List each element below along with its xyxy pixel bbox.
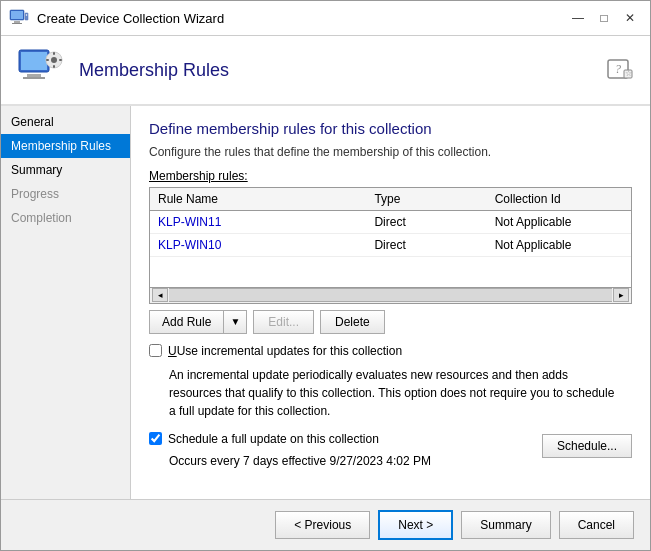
title-controls: — □ ✕	[566, 7, 642, 29]
add-rule-dropdown-arrow[interactable]: ▼	[224, 312, 246, 331]
incremental-info: An incremental update periodically evalu…	[169, 366, 632, 420]
col-collection-id: Collection Id	[487, 188, 631, 211]
svg-rect-2	[14, 21, 20, 23]
incremental-checkbox-row: UUse incremental updates for this collec…	[149, 344, 632, 358]
scroll-left-btn[interactable]: ◂	[152, 288, 168, 302]
content-area: Define membership rules for this collect…	[131, 106, 650, 499]
delete-button[interactable]: Delete	[320, 310, 385, 334]
schedule-occurs: Occurs every 7 days effective 9/27/2023 …	[169, 454, 534, 468]
section-label: Membership rules:	[149, 169, 632, 183]
sidebar-item-membership-rules[interactable]: Membership Rules	[1, 134, 130, 158]
main-content: General Membership Rules Summary Progres…	[1, 106, 650, 499]
schedule-label[interactable]: Schedule a full update on this collectio…	[168, 432, 379, 446]
schedule-row: Schedule a full update on this collectio…	[149, 432, 632, 468]
title-bar: Create Device Collection Wizard — □ ✕	[1, 1, 650, 36]
svg-rect-8	[27, 74, 41, 77]
sidebar-item-progress: Progress	[1, 182, 130, 206]
scroll-right-btn[interactable]: ▸	[613, 288, 629, 302]
schedule-button[interactable]: Schedule...	[542, 434, 632, 458]
svg-rect-7	[21, 52, 47, 70]
svg-rect-13	[53, 65, 55, 68]
summary-button[interactable]: Summary	[461, 511, 550, 539]
header-bar: Membership Rules ? ☆	[1, 36, 650, 106]
window-title: Create Device Collection Wizard	[37, 11, 224, 26]
cell-collection-id-1: Not Applicable	[487, 234, 631, 257]
table-row[interactable]: KLP-WIN10 Direct Not Applicable	[150, 234, 631, 257]
table-actions: Add Rule ▼ Edit... Delete	[149, 310, 632, 334]
sidebar: General Membership Rules Summary Progres…	[1, 106, 131, 499]
col-rule-name: Rule Name	[150, 188, 366, 211]
rules-table-container: Rule Name Type Collection Id KLP-WIN11 D…	[149, 187, 632, 304]
close-button[interactable]: ✕	[618, 7, 642, 29]
header-title-area: Membership Rules	[17, 46, 229, 94]
svg-point-11	[51, 57, 57, 63]
cell-type-1: Direct	[366, 234, 486, 257]
table-row[interactable]: KLP-WIN11 Direct Not Applicable	[150, 211, 631, 234]
cell-rule-name-1: KLP-WIN10	[150, 234, 366, 257]
schedule-checkbox-row: Schedule a full update on this collectio…	[149, 432, 534, 446]
wizard-window: Create Device Collection Wizard — □ ✕	[0, 0, 651, 551]
cell-collection-id-0: Not Applicable	[487, 211, 631, 234]
svg-text:☆: ☆	[625, 69, 632, 78]
schedule-checkbox[interactable]	[149, 432, 162, 445]
header-wizard-icon	[17, 46, 65, 94]
sidebar-item-general[interactable]: General	[1, 110, 130, 134]
header-title: Membership Rules	[79, 60, 229, 81]
scroll-track[interactable]	[169, 288, 612, 302]
edit-button[interactable]: Edit...	[253, 310, 314, 334]
svg-rect-4	[25, 13, 28, 20]
sidebar-item-completion: Completion	[1, 206, 130, 230]
svg-rect-9	[23, 77, 45, 79]
incremental-checkbox[interactable]	[149, 344, 162, 357]
table-empty-row	[150, 257, 631, 287]
content-title: Define membership rules for this collect…	[149, 120, 632, 137]
cell-type-0: Direct	[366, 211, 486, 234]
title-bar-left: Create Device Collection Wizard	[9, 8, 224, 28]
svg-rect-1	[11, 11, 23, 19]
svg-point-5	[26, 14, 28, 16]
cell-rule-name-0: KLP-WIN11	[150, 211, 366, 234]
footer: < Previous Next > Summary Cancel	[1, 499, 650, 550]
cancel-button[interactable]: Cancel	[559, 511, 634, 539]
maximize-button[interactable]: □	[592, 7, 616, 29]
minimize-button[interactable]: —	[566, 7, 590, 29]
rules-table: Rule Name Type Collection Id KLP-WIN11 D…	[150, 188, 631, 287]
incremental-label[interactable]: UUse incremental updates for this collec…	[168, 344, 402, 358]
next-button[interactable]: Next >	[378, 510, 453, 540]
table-header-row: Rule Name Type Collection Id	[150, 188, 631, 211]
add-rule-button[interactable]: Add Rule ▼	[149, 310, 247, 334]
help-icon[interactable]: ? ☆	[606, 56, 634, 84]
svg-rect-15	[59, 59, 62, 61]
content-subtitle: Configure the rules that define the memb…	[149, 145, 632, 159]
wizard-icon	[9, 8, 29, 28]
svg-rect-3	[12, 23, 22, 24]
svg-rect-14	[46, 59, 49, 61]
col-type: Type	[366, 188, 486, 211]
previous-button[interactable]: < Previous	[275, 511, 370, 539]
svg-text:?: ?	[615, 62, 621, 76]
sidebar-item-summary[interactable]: Summary	[1, 158, 130, 182]
table-scrollbar[interactable]: ◂ ▸	[150, 287, 631, 303]
svg-rect-12	[53, 52, 55, 55]
add-rule-label: Add Rule	[150, 311, 224, 333]
